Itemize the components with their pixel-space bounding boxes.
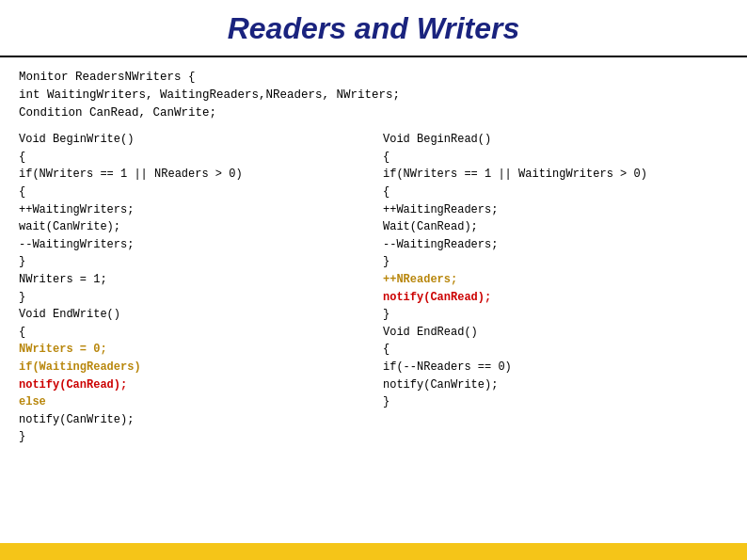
content-area: Monitor ReadersNWriters { int WaitingWri…	[0, 57, 747, 454]
code-line: notify(CanWrite);	[19, 411, 364, 429]
code-line: }	[383, 393, 728, 411]
code-line: NWriters = 1;	[19, 271, 364, 289]
code-line: Void BeginRead()	[383, 131, 728, 149]
code-line: {	[19, 184, 364, 201]
monitor-header: Monitor ReadersNWriters { int WaitingWri…	[19, 69, 728, 121]
code-line: Wait(CanRead);	[383, 218, 728, 236]
code-line: }	[19, 253, 364, 271]
code-line: }	[19, 428, 364, 446]
code-line: {	[383, 341, 728, 359]
code-line: ++WaitingWriters;	[19, 201, 364, 219]
code-line: wait(CanWrite);	[19, 218, 364, 236]
title-bar: Readers and Writers	[0, 0, 747, 57]
code-line: notify(CanRead);	[19, 376, 364, 394]
code-line: if(NWriters == 1 || WaitingWriters > 0)	[383, 166, 728, 184]
code-line: Void EndRead()	[383, 324, 728, 342]
page-title: Readers and Writers	[228, 11, 520, 45]
code-line: notify(CanWrite);	[383, 376, 728, 394]
code-line: notify(CanRead);	[383, 289, 728, 307]
code-line: --WaitingWriters;	[19, 236, 364, 254]
code-line: Void BeginWrite()	[19, 131, 364, 149]
code-line: {	[383, 149, 728, 167]
code-line: if(NWriters == 1 || NReaders > 0)	[19, 166, 364, 184]
code-line: if(WaitingReaders)	[19, 359, 364, 376]
code-line: }	[19, 289, 364, 307]
code-line: ++NReaders;	[383, 271, 728, 289]
code-line: {	[19, 324, 364, 342]
code-line: {	[19, 149, 364, 167]
left-column: Void BeginWrite(){ if(NWriters == 1 || N…	[19, 131, 364, 446]
code-line: NWriters = 0;	[19, 341, 364, 359]
code-line: }	[383, 306, 728, 324]
code-line: ++WaitingReaders;	[383, 201, 728, 219]
code-line: else	[19, 393, 364, 411]
code-line: --WaitingReaders;	[383, 236, 728, 254]
code-line: }	[383, 253, 728, 271]
right-column: Void BeginRead(){ if(NWriters == 1 || Wa…	[383, 131, 728, 446]
code-line: if(--NReaders == 0)	[383, 359, 728, 376]
code-line: Void EndWrite()	[19, 306, 364, 324]
code-line: {	[383, 184, 728, 201]
columns: Void BeginWrite(){ if(NWriters == 1 || N…	[19, 131, 728, 446]
bottom-bar	[0, 543, 747, 560]
